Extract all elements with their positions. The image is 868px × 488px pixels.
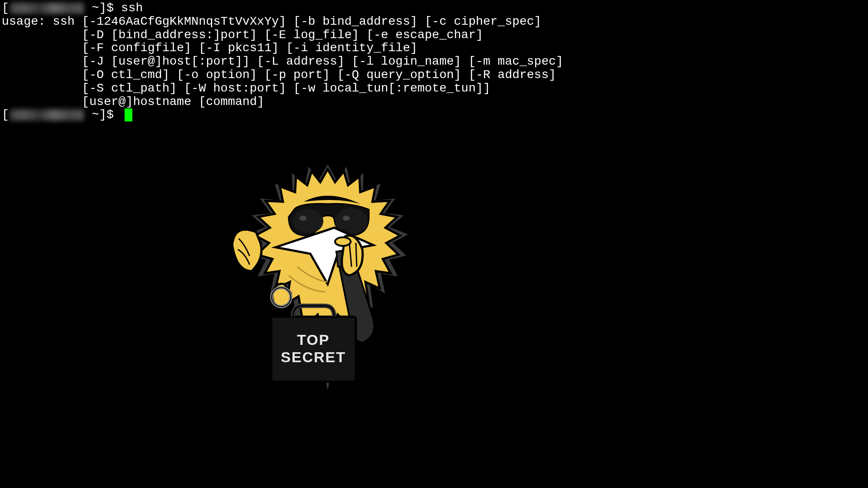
- prompt-bracket: [: [2, 108, 9, 121]
- redacted-hostname: [10, 109, 84, 121]
- prompt-bracket: [: [2, 1, 9, 15]
- prompt-line-2[interactable]: [ ~]$: [2, 108, 868, 122]
- terminal-output: [ ~]$ ssh usage: ssh [-1246AaCfGgKkMNnqs…: [2, 2, 868, 122]
- briefcase-text-top: TOP: [297, 331, 329, 348]
- briefcase-text-bottom: SECRET: [281, 349, 346, 365]
- svg-point-4: [335, 237, 351, 246]
- ssh-usage-line: [-F configfile] [-I pkcs11] [-i identity…: [2, 42, 868, 55]
- ssh-usage-line: [-J [user@]host[:port]] [-L address] [-l…: [2, 55, 868, 69]
- openssh-puffy-mascot: TOP SECRET: [226, 158, 430, 401]
- ssh-usage-line: usage: ssh [-1246AaCfGgKkMNnqsTtVvXxYy] …: [2, 15, 868, 29]
- prompt-suffix: ~]$: [85, 108, 121, 121]
- ssh-usage-line: [-O ctl_cmd] [-o option] [-p port] [-Q q…: [2, 69, 868, 82]
- ssh-usage-line: [user@]hostname [command]: [2, 95, 868, 109]
- prompt-suffix: ~]$: [85, 1, 121, 15]
- ssh-usage-line: [-S ctl_path] [-W host:port] [-w local_t…: [2, 82, 868, 95]
- svg-point-2: [299, 216, 306, 221]
- terminal-cursor: [125, 108, 132, 121]
- entered-command: ssh: [121, 1, 143, 15]
- prompt-line-1: [ ~]$ ssh: [2, 2, 868, 15]
- svg-point-3: [343, 216, 350, 221]
- svg-point-0: [293, 209, 323, 233]
- ssh-usage-line: [-D [bind_address:]port] [-E log_file] […: [2, 29, 868, 42]
- redacted-hostname: [10, 3, 84, 14]
